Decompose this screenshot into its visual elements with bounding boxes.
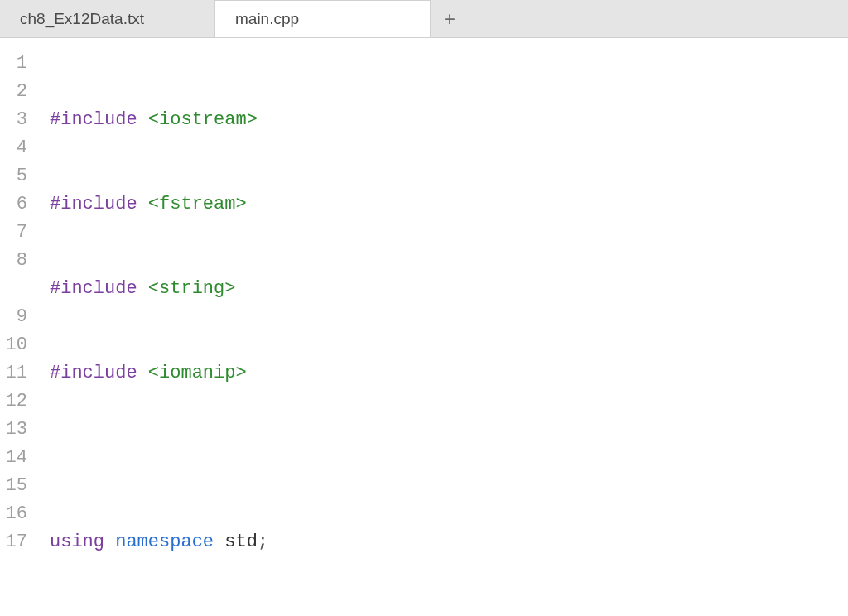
line-number: 4 [5, 134, 27, 162]
tab-main-cpp[interactable]: main.cpp [215, 0, 431, 37]
line-number: 17 [5, 528, 27, 556]
line-number: 14 [5, 444, 27, 472]
line-number: 13 [5, 416, 27, 444]
line-number: 10 [5, 331, 27, 359]
line-number: 9 [5, 303, 27, 331]
tab-label: main.cpp [235, 10, 299, 28]
tab-data-file[interactable]: ch8_Ex12Data.txt [0, 0, 215, 37]
code-line [50, 613, 706, 616]
tab-bar: ch8_Ex12Data.txt main.cpp + [0, 0, 848, 38]
code-line: #include <iostream> [50, 106, 706, 134]
line-number: 8 [5, 247, 27, 275]
code-content[interactable]: #include <iostream> #include <fstream> #… [36, 38, 719, 616]
line-number: 5 [5, 162, 27, 190]
tab-label: ch8_Ex12Data.txt [20, 10, 144, 28]
line-number: 3 [5, 106, 27, 134]
code-line: #include <fstream> [50, 190, 706, 219]
line-number: 1 [5, 50, 27, 78]
line-number [5, 275, 27, 303]
line-number: 12 [5, 387, 27, 416]
code-line: #include <iomanip> [50, 359, 706, 387]
code-editor[interactable]: 1 2 3 4 5 6 7 8 9 10 11 12 13 14 15 16 1… [0, 38, 848, 616]
line-number: 7 [5, 219, 27, 247]
code-line: using namespace std; [50, 528, 706, 556]
line-number-gutter: 1 2 3 4 5 6 7 8 9 10 11 12 13 14 15 16 1… [0, 38, 36, 616]
plus-icon: + [444, 7, 455, 31]
line-number: 15 [5, 472, 27, 500]
line-number: 16 [5, 500, 27, 528]
line-number: 6 [5, 190, 27, 219]
line-number: 11 [5, 359, 27, 387]
code-line [50, 444, 706, 472]
code-line: #include <string> [50, 275, 706, 303]
line-number: 2 [5, 78, 27, 106]
tab-add-button[interactable]: + [431, 0, 469, 37]
